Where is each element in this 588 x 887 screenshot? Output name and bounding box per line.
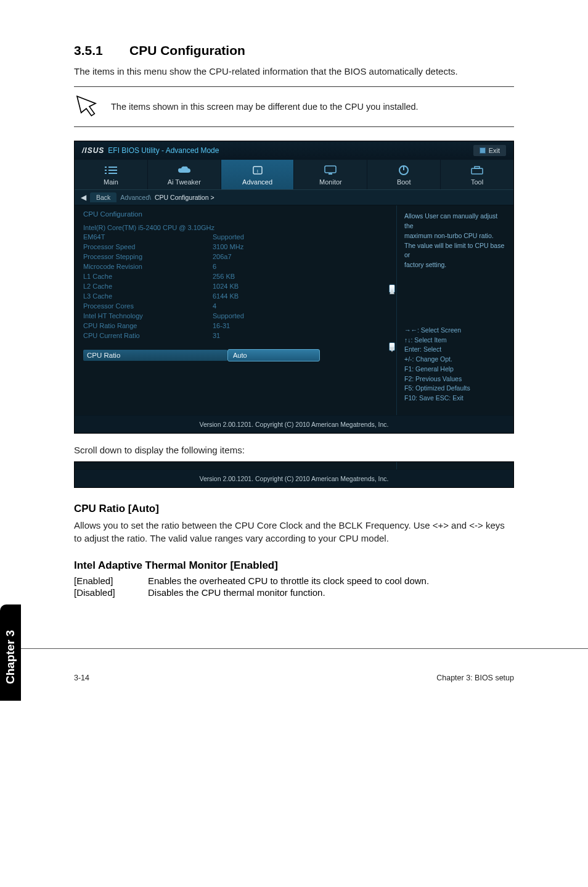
svg-rect-0	[105, 167, 107, 168]
cpu-model: Intel(R) Core(TM) i5-2400 CPU @ 3.10GHz	[83, 224, 393, 231]
tab-monitor[interactable]: Monitor	[294, 160, 367, 189]
bios-tabs: Main Ai Tweaker iAdvanced Monitor Boot T…	[75, 160, 513, 189]
svg-rect-9	[329, 173, 332, 175]
svg-rect-8	[325, 166, 336, 173]
info-row: Intel HT TechnologySupported	[83, 311, 393, 321]
bios-screenshot-2: Version 2.00.1201. Copyright (C) 2010 Am…	[74, 461, 514, 488]
cpu-config-title: CPU Configuration	[83, 210, 393, 218]
info-row: Processor Cores4	[83, 302, 393, 311]
info-row: CPU Ratio Range16-31	[83, 321, 393, 331]
info-row: CPU Current Ratio31	[83, 331, 393, 341]
bios-footer: Version 2.00.1201. Copyright (C) 2010 Am…	[75, 415, 513, 433]
exit-icon	[480, 147, 486, 154]
tab-ai-tweaker[interactable]: Ai Tweaker	[148, 160, 221, 189]
back-button[interactable]: Back	[90, 192, 116, 202]
scroll-caption: Scroll down to display the following ite…	[74, 445, 514, 455]
option-row: CPU RatioAuto	[83, 349, 393, 361]
breadcrumb-path: Advanced\	[120, 194, 151, 201]
breadcrumb-current: CPU Configuration >	[155, 194, 214, 201]
chip-icon: i	[221, 163, 294, 177]
bios-title: EFI BIOS Utility - Advanced Mode	[108, 146, 219, 155]
note-text: The items shown in this screen may be di…	[111, 102, 419, 112]
svg-rect-2	[105, 170, 107, 171]
list-icon	[75, 163, 147, 177]
cpu-ratio-desc: Allows you to set the ratio between the …	[74, 519, 514, 545]
option-input[interactable]: Auto	[227, 349, 320, 361]
tab-boot[interactable]: Boot	[367, 160, 441, 189]
help-panel: Allows User can manually adjust the maxi…	[396, 205, 513, 415]
note-row: The items shown in this screen may be di…	[74, 87, 514, 127]
option-label: CPU Ratio	[83, 350, 227, 361]
intro-text: The items in this menu show the CPU-rela…	[74, 65, 514, 78]
monitor-icon	[294, 163, 367, 177]
info-row: Microcode Revision6	[83, 262, 393, 272]
svg-text:i: i	[257, 168, 258, 174]
bios-brand: /ISUS	[82, 146, 104, 155]
side-chapter-tab: Chapter 3	[0, 604, 21, 701]
note-icon	[74, 93, 99, 120]
svg-rect-12	[472, 168, 483, 174]
cloud-icon	[148, 163, 221, 177]
info-row: L3 Cache6144 KB	[83, 292, 393, 302]
section-heading: 3.5.1CPU Configuration	[74, 43, 514, 58]
bios-footer-2: Version 2.00.1201. Copyright (C) 2010 Am…	[75, 469, 513, 487]
def-row: [Enabled]Enables the overheated CPU to t…	[74, 576, 514, 586]
def-row: [Disabled]Disables the CPU thermal monit…	[74, 587, 514, 598]
tab-main[interactable]: Main	[75, 160, 148, 189]
tab-advanced[interactable]: iAdvanced	[221, 160, 295, 189]
svg-rect-1	[108, 167, 117, 168]
thermal-heading: Intel Adaptive Thermal Monitor [Enabled]	[74, 559, 514, 572]
toolbox-icon	[441, 163, 513, 177]
info-row: Processor Stepping206a7	[83, 252, 393, 262]
page-number: 3-14	[74, 674, 89, 682]
svg-rect-13	[475, 167, 480, 168]
page-footer: 3-14 Chapter 3: BIOS setup	[0, 648, 588, 701]
info-row: Processor Speed3100 MHz	[83, 242, 393, 252]
scroll-down-button[interactable]: ▾	[389, 342, 395, 351]
bios-screenshot-1: /ISUS EFI BIOS Utility - Advanced Mode E…	[74, 141, 514, 434]
exit-button[interactable]: Exit	[473, 145, 506, 156]
svg-rect-3	[108, 170, 117, 171]
chapter-label: Chapter 3: BIOS setup	[436, 674, 514, 682]
power-icon	[367, 163, 440, 177]
back-arrow-icon[interactable]: ◀	[81, 193, 86, 202]
breadcrumb: ◀ Back Advanced\ CPU Configuration >	[75, 189, 513, 205]
info-row: EM64TSupported	[83, 233, 393, 242]
info-row: L2 Cache1024 KB	[83, 282, 393, 292]
cpu-ratio-heading: CPU Ratio [Auto]	[74, 503, 514, 515]
svg-rect-4	[105, 173, 107, 174]
scroll-up-button[interactable]: ▴	[389, 284, 395, 293]
tab-tool[interactable]: Tool	[441, 160, 513, 189]
svg-rect-5	[108, 173, 117, 174]
info-row: L1 Cache256 KB	[83, 272, 393, 282]
